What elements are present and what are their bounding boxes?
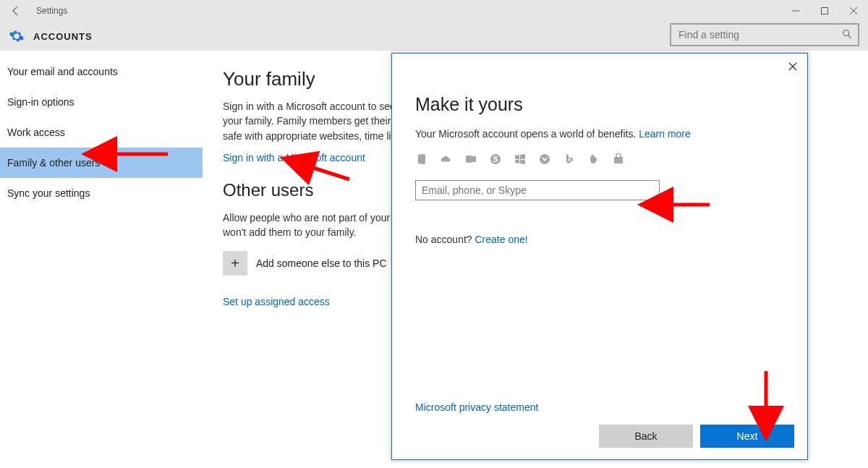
dialog-subtitle: Your Microsoft account opens a world of … (415, 128, 784, 140)
signin-dialog: Make it yours Your Microsoft account ope… (391, 53, 808, 460)
no-account-text: No account? (415, 234, 475, 245)
dialog-next-button[interactable]: Next (700, 425, 794, 448)
close-button[interactable] (839, 0, 868, 22)
search-wrap (670, 23, 859, 46)
titlebar: Settings (0, 0, 868, 22)
no-account-row: No account? Create one! (415, 234, 784, 245)
sidebar-item-work-access[interactable]: Work access (0, 117, 203, 148)
sidebar-item-label: Sign-in options (7, 96, 75, 108)
back-button[interactable] (6, 1, 26, 21)
maximize-button[interactable] (810, 0, 839, 22)
bing-icon (563, 153, 576, 166)
dialog-title: Make it yours (415, 94, 784, 115)
sidebar-item-email-accounts[interactable]: Your email and accounts (0, 56, 203, 87)
store-icon (612, 153, 625, 166)
outlook-icon (464, 153, 477, 166)
add-someone-label: Add someone else to this PC (256, 258, 387, 269)
sidebar-item-label: Family & other users (7, 157, 100, 169)
header: ACCOUNTS (0, 22, 868, 51)
email-input[interactable] (415, 180, 660, 200)
sidebar-item-family-other-users[interactable]: Family & other users (0, 148, 203, 178)
window-controls (781, 0, 868, 22)
sidebar: Your email and accounts Sign-in options … (0, 51, 203, 468)
svg-text:S: S (493, 156, 498, 163)
svg-rect-13 (614, 157, 623, 163)
xbox-icon (538, 153, 551, 166)
office-icon (415, 153, 428, 166)
onedrive-icon (440, 153, 453, 166)
search-input[interactable] (670, 23, 859, 46)
svg-rect-9 (472, 156, 476, 162)
assigned-access-link[interactable]: Set up assigned access (223, 296, 330, 307)
section-title: ACCOUNTS (33, 31, 93, 42)
service-icons-row: S (415, 153, 784, 166)
sidebar-item-label: Your email and accounts (7, 66, 118, 77)
windows-icon (514, 153, 527, 166)
dialog-back-button[interactable]: Back (599, 425, 693, 448)
gear-icon (9, 28, 25, 44)
learn-more-link[interactable]: Learn more (639, 128, 691, 140)
sidebar-item-signin-options[interactable]: Sign-in options (0, 87, 203, 117)
skype-icon: S (489, 153, 502, 166)
create-one-link[interactable]: Create one! (475, 234, 528, 245)
msn-icon (587, 153, 600, 166)
minimize-button[interactable] (781, 0, 810, 22)
sign-in-link[interactable]: Sign in with a Microsoft account (223, 152, 365, 163)
dialog-subtitle-text: Your Microsoft account opens a world of … (415, 128, 639, 140)
svg-rect-8 (466, 156, 472, 163)
privacy-link[interactable]: Microsoft privacy statement (415, 401, 538, 413)
sidebar-item-label: Sync your settings (7, 187, 90, 199)
svg-rect-1 (822, 8, 828, 14)
sidebar-item-label: Work access (7, 127, 65, 138)
sidebar-item-sync-settings[interactable]: Sync your settings (0, 178, 203, 208)
app-title: Settings (36, 6, 67, 16)
plus-icon: + (223, 251, 247, 276)
